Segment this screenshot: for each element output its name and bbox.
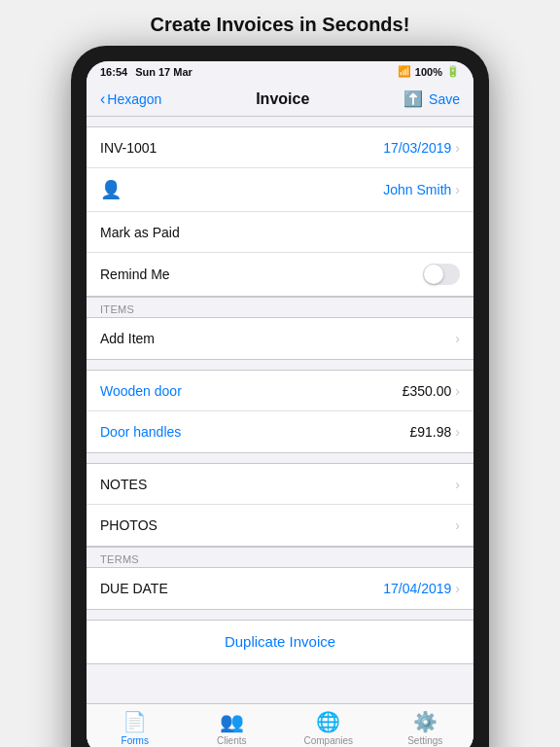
chevron-right-icon: › (455, 517, 460, 533)
tab-forms[interactable]: 📄 Forms (106, 710, 164, 746)
companies-icon: 🌐 (316, 710, 340, 733)
terms-section-header: TERMS (87, 547, 473, 567)
nav-bar: ‹ Hexagon Invoice ⬆️ Save (87, 82, 473, 117)
spacer-1 (87, 360, 473, 370)
add-item-label: Add Item (100, 331, 155, 346)
spacer-3 (87, 610, 473, 620)
item-name-0[interactable]: Wooden door (100, 383, 182, 399)
notes-label: NOTES (100, 477, 147, 492)
add-item-row[interactable]: Add Item › (87, 318, 473, 359)
tab-companies-label: Companies (303, 735, 353, 746)
invoice-number-row[interactable]: INV-1001 17/03/2019 › (87, 127, 473, 168)
chevron-right-icon: › (455, 140, 460, 156)
chevron-right-icon: › (455, 581, 460, 596)
chevron-right-icon: › (455, 383, 460, 399)
tab-companies[interactable]: 🌐 Companies (299, 710, 358, 746)
tab-clients[interactable]: 👥 Clients (202, 710, 261, 746)
duplicate-invoice-label: Duplicate Invoice (225, 633, 335, 650)
mark-as-paid-row[interactable]: Mark as Paid (87, 212, 473, 253)
item-row-0[interactable]: Wooden door £350.00 › (87, 371, 473, 411)
wifi-icon: 📶 (398, 65, 411, 78)
items-list-group: Wooden door £350.00 › Door handles £91.9… (87, 370, 473, 453)
item-price-1: £91.98 (410, 424, 452, 440)
person-icon: 👤 (100, 179, 122, 200)
content: INV-1001 17/03/2019 › 👤 John Smith › Mar… (87, 126, 473, 747)
toggle-knob (424, 265, 443, 284)
due-date-value: 17/04/2019 (383, 581, 451, 596)
notes-row[interactable]: NOTES › (87, 464, 473, 505)
screen: 16:54 Sun 17 Mar 📶 100% 🔋 ‹ Hexagon Invo… (87, 61, 473, 747)
settings-icon: ⚙️ (413, 710, 438, 733)
photos-row[interactable]: PHOTOS › (87, 505, 473, 546)
remind-me-toggle[interactable] (423, 264, 460, 285)
nav-title: Invoice (256, 90, 309, 108)
notes-group: NOTES › PHOTOS › (87, 463, 473, 547)
due-date-row[interactable]: DUE DATE 17/04/2019 › (87, 568, 473, 609)
chevron-right-icon: › (455, 331, 460, 346)
status-bar: 16:54 Sun 17 Mar 📶 100% 🔋 (87, 61, 473, 82)
item-name-1[interactable]: Door handles (100, 424, 181, 440)
spacer-2 (87, 453, 473, 463)
invoice-number: INV-1001 (100, 140, 157, 156)
client-name: John Smith (383, 182, 451, 197)
back-label[interactable]: Hexagon (107, 91, 161, 107)
status-date: Sun 17 Mar (135, 66, 192, 78)
back-button[interactable]: ‹ Hexagon (100, 90, 161, 108)
invoice-date: 17/03/2019 (383, 140, 451, 156)
item-row-1[interactable]: Door handles £91.98 › (87, 411, 473, 452)
chevron-left-icon: ‹ (100, 90, 105, 108)
chevron-right-icon: › (455, 477, 460, 492)
photos-label: PHOTOS (100, 517, 158, 533)
duplicate-invoice-row[interactable]: Duplicate Invoice (87, 620, 473, 664)
clients-icon: 👥 (220, 710, 244, 733)
due-date-group: DUE DATE 17/04/2019 › (87, 567, 473, 610)
invoice-info-group: INV-1001 17/03/2019 › 👤 John Smith › Mar… (87, 126, 473, 297)
upload-icon[interactable]: ⬆️ (403, 89, 423, 108)
tab-forms-label: Forms (122, 735, 149, 746)
tab-settings[interactable]: ⚙️ Settings (396, 710, 454, 746)
chevron-right-icon: › (455, 424, 460, 440)
tab-clients-label: Clients (217, 735, 247, 746)
status-time: 16:54 (100, 66, 127, 78)
battery-status: 100% (415, 66, 442, 78)
tab-bar: 📄 Forms 👥 Clients 🌐 Companies ⚙️ Setting… (87, 703, 473, 747)
battery-icon: 🔋 (446, 65, 460, 78)
forms-icon: 📄 (122, 710, 147, 733)
add-item-group: Add Item › (87, 317, 473, 360)
chevron-right-icon: › (455, 182, 460, 197)
due-date-label: DUE DATE (100, 581, 168, 596)
item-price-0: £350.00 (402, 383, 452, 399)
nav-actions: ⬆️ Save (403, 89, 460, 108)
client-row[interactable]: 👤 John Smith › (87, 168, 473, 212)
page-title: Create Invoices in Seconds! (151, 0, 410, 46)
remind-me-row[interactable]: Remind Me (87, 253, 473, 296)
remind-me-label: Remind Me (100, 267, 170, 282)
mark-as-paid-label: Mark as Paid (100, 225, 180, 240)
device-frame: 16:54 Sun 17 Mar 📶 100% 🔋 ‹ Hexagon Invo… (71, 46, 489, 747)
save-button[interactable]: Save (429, 91, 460, 107)
items-section-header: ITEMS (87, 297, 473, 317)
bottom-spacer (87, 664, 473, 703)
tab-settings-label: Settings (407, 735, 442, 746)
